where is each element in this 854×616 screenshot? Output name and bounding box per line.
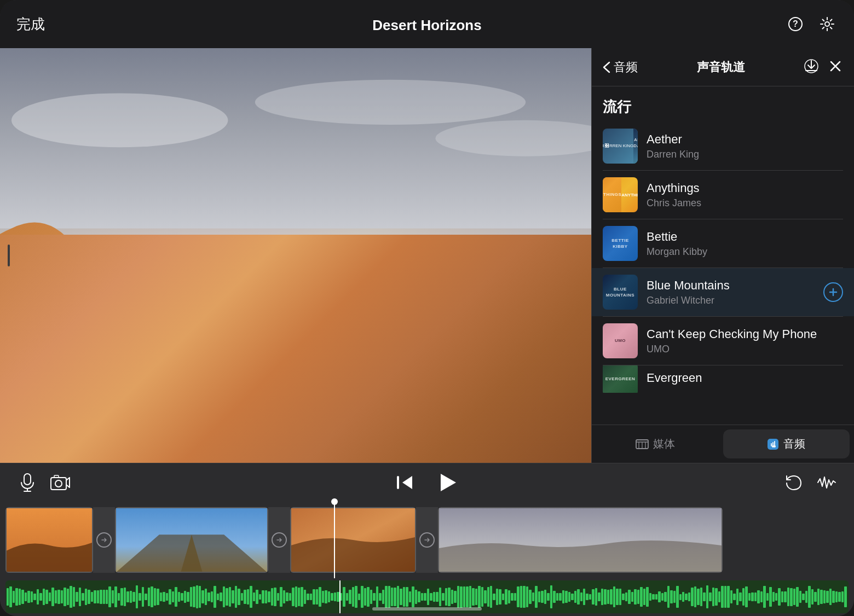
waveform-icon[interactable] [816,472,838,493]
undo-icon[interactable] [783,472,805,493]
svg-rect-7 [0,418,591,463]
track-name-evergreen: Evergreen [647,371,843,385]
track-item-anythings[interactable]: ANYTHINGS Anythings Chris James [592,171,854,219]
timeline-section [0,463,854,616]
track-artist-anythings: Chris James [647,197,843,209]
project-title: Desert Horizons [372,17,481,34]
audio-panel: 音频 声音轨道 [591,48,854,463]
track-item-evergreen[interactable]: EVERGREEN Evergreen [592,365,854,393]
clip-3[interactable] [290,507,416,573]
clip-1-background [5,507,93,573]
clip-1[interactable] [5,507,93,573]
video-preview [0,48,591,463]
svg-rect-13 [24,474,31,485]
svg-rect-17 [397,476,399,489]
track-name-cant-keep: Can't Keep Checking My Phone [647,327,843,341]
camera-icon[interactable] [49,472,71,493]
timeline-toolbar-right [783,472,838,493]
track-art-anythings: ANYTHINGS [603,177,638,212]
audio-back-label: 音频 [614,59,638,75]
track-art-aether: AETHERDARREN KING [603,129,638,164]
timeline-toolbar [0,463,854,502]
track-name-anythings: Anythings [647,181,843,195]
track-artist-blue-mountains: Gabriel Witcher [647,295,815,306]
svg-text:?: ? [793,19,798,28]
audio-back-button[interactable]: 音频 [603,59,638,75]
track-artist-bettie: Morgan Kibby [647,246,843,258]
skip-back-button[interactable] [393,470,417,495]
timeline-toolbar-left [16,472,71,493]
clip-2[interactable] [115,507,268,573]
track-name-bettie: Bettie [647,230,843,244]
track-item-cant-keep[interactable]: UMO Can't Keep Checking My Phone UMO [592,317,854,365]
top-bar: 完成 Desert Horizons ? [0,0,854,48]
svg-point-2 [825,22,829,26]
transition-1[interactable] [93,507,115,573]
top-bar-left: 完成 [16,15,45,34]
track-info-evergreen: Evergreen [647,371,843,387]
top-bar-right: ? [785,14,838,34]
track-info-cant-keep: Can't Keep Checking My Phone UMO [647,327,843,355]
home-indicator [372,607,482,611]
audio-panel-tabs: 媒体 音频 [592,425,854,463]
playhead-indicator [331,498,338,505]
track-add-button-blue-mountains[interactable] [823,282,843,302]
track-art-bettie: BETTIEKIBBY [603,226,638,261]
audio-panel-header: 音频 声音轨道 [592,48,854,86]
audio-section-label: 流行 [592,86,854,122]
track-list: AETHERDARREN KING Aether Darren King ANY… [592,122,854,425]
track-art-evergreen: EVERGREEN [603,365,638,393]
transition-3[interactable] [416,507,438,573]
track-item-blue-mountains[interactable]: BLUEMOUNTAINS Blue Mountains Gabriel Wit… [592,268,854,316]
microphone-icon[interactable] [16,472,38,493]
help-icon[interactable]: ? [785,14,806,34]
svg-rect-14 [51,478,66,490]
done-button[interactable]: 完成 [16,15,45,34]
playhead [334,502,335,578]
svg-point-5 [255,80,526,125]
track-info-aether: Aether Darren King [647,132,843,160]
track-art-blue-mountains: BLUEMOUNTAINS [603,275,638,310]
clip-4[interactable] [438,507,723,573]
clip-4-background [438,507,723,573]
clip-2-background [115,507,268,573]
play-button[interactable] [433,468,461,497]
waveform-playhead [339,580,341,613]
track-item-bettie[interactable]: BETTIEKIBBY Bettie Morgan Kibby [592,219,854,268]
audio-panel-title: 声音轨道 [697,59,745,75]
track-artist-cant-keep: UMO [647,344,843,355]
track-info-blue-mountains: Blue Mountains Gabriel Witcher [647,278,815,306]
sidebar-handle [8,245,10,266]
track-name-blue-mountains: Blue Mountains [647,278,815,293]
track-item-aether[interactable]: AETHERDARREN KING Aether Darren King [592,122,854,170]
main-content: 音频 声音轨道 [0,48,854,463]
track-name-aether: Aether [647,132,843,147]
audio-panel-actions [804,59,843,76]
track-art-cant-keep: UMO [603,323,638,358]
settings-icon[interactable] [817,14,838,34]
svg-rect-16 [54,475,59,478]
close-icon[interactable] [828,59,843,76]
clip-3-background [290,507,416,573]
transition-2[interactable] [268,507,290,573]
clips-wrapper [0,502,854,578]
track-info-bettie: Bettie Morgan Kibby [647,230,843,258]
tab-media-label: 媒体 [653,437,675,451]
download-icon[interactable] [804,59,819,76]
device-frame: 完成 Desert Horizons ? [0,0,854,616]
svg-point-15 [55,480,62,487]
tab-audio[interactable]: 音频 [723,429,850,458]
tab-audio-label: 音频 [783,437,805,451]
svg-point-12 [772,445,774,448]
track-info-anythings: Anythings Chris James [647,181,843,209]
track-artist-aether: Darren King [647,149,843,160]
tab-media[interactable]: 媒体 [592,425,719,463]
video-background [0,48,591,463]
svg-point-4 [11,93,228,147]
